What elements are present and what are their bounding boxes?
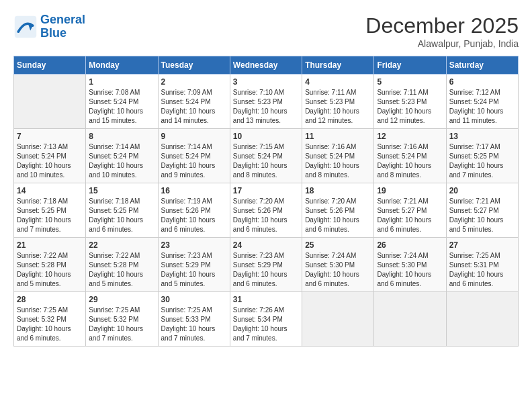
logo-icon	[13, 15, 38, 39]
calendar-cell: 30Sunrise: 7:25 AM Sunset: 5:33 PM Dayli…	[158, 292, 230, 347]
day-number: 14	[17, 186, 83, 195]
logo-line1: General	[40, 13, 85, 26]
day-info: Sunrise: 7:25 AM Sunset: 5:33 PM Dayligh…	[161, 306, 227, 343]
day-number: 25	[305, 240, 371, 250]
svg-rect-0	[15, 16, 36, 38]
logo: General Blue	[13, 13, 85, 40]
day-number: 3	[233, 77, 299, 87]
header-sunday: Sunday	[14, 56, 86, 75]
day-info: Sunrise: 7:16 AM Sunset: 5:24 PM Dayligh…	[377, 142, 443, 180]
day-number: 22	[89, 240, 154, 250]
day-info: Sunrise: 7:24 AM Sunset: 5:30 PM Dayligh…	[377, 251, 443, 289]
calendar-cell: 10Sunrise: 7:15 AM Sunset: 5:24 PM Dayli…	[230, 129, 302, 183]
calendar-cell: 4Sunrise: 7:11 AM Sunset: 5:23 PM Daylig…	[302, 75, 374, 129]
day-number: 18	[305, 186, 371, 195]
day-info: Sunrise: 7:20 AM Sunset: 5:26 PM Dayligh…	[233, 197, 299, 234]
calendar-week-3: 14Sunrise: 7:18 AM Sunset: 5:25 PM Dayli…	[14, 183, 519, 238]
header-saturday: Saturday	[446, 56, 518, 75]
day-info: Sunrise: 7:14 AM Sunset: 5:24 PM Dayligh…	[89, 142, 154, 180]
location: Alawalpur, Punjab, India	[365, 38, 519, 49]
day-number: 23	[161, 240, 227, 250]
day-number: 4	[305, 77, 371, 87]
calendar-cell: 7Sunrise: 7:13 AM Sunset: 5:24 PM Daylig…	[14, 129, 86, 183]
day-info: Sunrise: 7:13 AM Sunset: 5:24 PM Dayligh…	[17, 142, 83, 180]
calendar-cell: 22Sunrise: 7:22 AM Sunset: 5:28 PM Dayli…	[86, 238, 158, 292]
calendar-cell: 8Sunrise: 7:14 AM Sunset: 5:24 PM Daylig…	[86, 129, 158, 183]
day-number: 2	[161, 77, 227, 87]
calendar-cell: 12Sunrise: 7:16 AM Sunset: 5:24 PM Dayli…	[374, 129, 446, 183]
calendar-week-1: 1Sunrise: 7:08 AM Sunset: 5:24 PM Daylig…	[14, 75, 519, 129]
day-number: 26	[377, 240, 443, 250]
calendar-week-2: 7Sunrise: 7:13 AM Sunset: 5:24 PM Daylig…	[14, 129, 519, 183]
calendar-header: Sunday Monday Tuesday Wednesday Thursday…	[14, 56, 519, 75]
logo-text: General Blue	[40, 13, 85, 40]
day-number: 20	[449, 186, 515, 195]
header-monday: Monday	[86, 56, 158, 75]
calendar-cell	[446, 292, 518, 347]
day-number: 16	[161, 186, 227, 195]
day-info: Sunrise: 7:11 AM Sunset: 5:23 PM Dayligh…	[377, 88, 443, 126]
day-number: 7	[17, 132, 83, 141]
calendar-cell: 23Sunrise: 7:23 AM Sunset: 5:29 PM Dayli…	[158, 238, 230, 292]
calendar-cell: 9Sunrise: 7:14 AM Sunset: 5:24 PM Daylig…	[158, 129, 230, 183]
day-info: Sunrise: 7:20 AM Sunset: 5:26 PM Dayligh…	[305, 197, 371, 234]
day-number: 10	[233, 132, 299, 141]
day-info: Sunrise: 7:25 AM Sunset: 5:32 PM Dayligh…	[17, 306, 83, 343]
header-friday: Friday	[374, 56, 446, 75]
day-info: Sunrise: 7:17 AM Sunset: 5:25 PM Dayligh…	[449, 142, 515, 180]
calendar-cell: 19Sunrise: 7:21 AM Sunset: 5:27 PM Dayli…	[374, 183, 446, 238]
calendar-cell: 20Sunrise: 7:21 AM Sunset: 5:27 PM Dayli…	[446, 183, 518, 238]
calendar-cell	[302, 292, 374, 347]
header-row: Sunday Monday Tuesday Wednesday Thursday…	[14, 56, 519, 75]
day-info: Sunrise: 7:18 AM Sunset: 5:25 PM Dayligh…	[89, 197, 154, 234]
calendar-cell: 25Sunrise: 7:24 AM Sunset: 5:30 PM Dayli…	[302, 238, 374, 292]
day-number: 11	[305, 132, 371, 141]
day-number: 30	[161, 295, 227, 304]
day-info: Sunrise: 7:11 AM Sunset: 5:23 PM Dayligh…	[305, 88, 371, 126]
calendar-table: Sunday Monday Tuesday Wednesday Thursday…	[13, 56, 519, 347]
calendar-cell: 16Sunrise: 7:19 AM Sunset: 5:26 PM Dayli…	[158, 183, 230, 238]
calendar-cell: 24Sunrise: 7:23 AM Sunset: 5:29 PM Dayli…	[230, 238, 302, 292]
day-number: 31	[233, 295, 299, 304]
day-number: 28	[17, 295, 83, 304]
title-block: December 2025 Alawalpur, Punjab, India	[365, 13, 519, 49]
day-info: Sunrise: 7:25 AM Sunset: 5:31 PM Dayligh…	[449, 251, 515, 289]
day-info: Sunrise: 7:08 AM Sunset: 5:24 PM Dayligh…	[89, 88, 154, 126]
day-info: Sunrise: 7:22 AM Sunset: 5:28 PM Dayligh…	[89, 251, 154, 289]
day-info: Sunrise: 7:10 AM Sunset: 5:23 PM Dayligh…	[233, 88, 299, 126]
calendar-cell: 31Sunrise: 7:26 AM Sunset: 5:34 PM Dayli…	[230, 292, 302, 347]
calendar-cell: 14Sunrise: 7:18 AM Sunset: 5:25 PM Dayli…	[14, 183, 86, 238]
day-number: 9	[161, 132, 227, 141]
day-number: 6	[449, 77, 515, 87]
logo-line2: Blue	[40, 26, 66, 40]
day-number: 8	[89, 132, 154, 141]
day-number: 1	[89, 77, 154, 87]
calendar-cell	[374, 292, 446, 347]
month-year: December 2025	[365, 13, 519, 38]
calendar-cell: 3Sunrise: 7:10 AM Sunset: 5:23 PM Daylig…	[230, 75, 302, 129]
day-number: 15	[89, 186, 154, 195]
calendar-cell	[14, 75, 86, 129]
calendar-cell: 27Sunrise: 7:25 AM Sunset: 5:31 PM Dayli…	[446, 238, 518, 292]
day-number: 21	[17, 240, 83, 250]
calendar-cell: 5Sunrise: 7:11 AM Sunset: 5:23 PM Daylig…	[374, 75, 446, 129]
calendar-cell: 13Sunrise: 7:17 AM Sunset: 5:25 PM Dayli…	[446, 129, 518, 183]
day-number: 27	[449, 240, 515, 250]
day-info: Sunrise: 7:24 AM Sunset: 5:30 PM Dayligh…	[305, 251, 371, 289]
day-info: Sunrise: 7:12 AM Sunset: 5:24 PM Dayligh…	[449, 88, 515, 126]
header-wednesday: Wednesday	[230, 56, 302, 75]
calendar-cell: 18Sunrise: 7:20 AM Sunset: 5:26 PM Dayli…	[302, 183, 374, 238]
day-info: Sunrise: 7:19 AM Sunset: 5:26 PM Dayligh…	[161, 197, 227, 234]
calendar-cell: 11Sunrise: 7:16 AM Sunset: 5:24 PM Dayli…	[302, 129, 374, 183]
calendar-cell: 29Sunrise: 7:25 AM Sunset: 5:32 PM Dayli…	[86, 292, 158, 347]
day-info: Sunrise: 7:21 AM Sunset: 5:27 PM Dayligh…	[449, 197, 515, 234]
calendar-cell: 26Sunrise: 7:24 AM Sunset: 5:30 PM Dayli…	[374, 238, 446, 292]
day-number: 19	[377, 186, 443, 195]
calendar-cell: 21Sunrise: 7:22 AM Sunset: 5:28 PM Dayli…	[14, 238, 86, 292]
day-info: Sunrise: 7:25 AM Sunset: 5:32 PM Dayligh…	[89, 306, 154, 343]
day-info: Sunrise: 7:23 AM Sunset: 5:29 PM Dayligh…	[233, 251, 299, 289]
day-number: 13	[449, 132, 515, 141]
calendar-cell: 6Sunrise: 7:12 AM Sunset: 5:24 PM Daylig…	[446, 75, 518, 129]
calendar-body: 1Sunrise: 7:08 AM Sunset: 5:24 PM Daylig…	[14, 75, 519, 347]
day-info: Sunrise: 7:15 AM Sunset: 5:24 PM Dayligh…	[233, 142, 299, 180]
